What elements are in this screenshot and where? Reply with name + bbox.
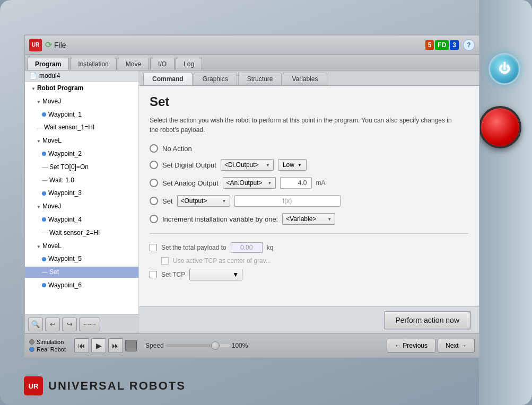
simulation-mode[interactable]: Simulation: [29, 339, 66, 345]
level-value: Low: [283, 161, 294, 169]
ur-logo: UR: [29, 39, 42, 51]
variable-select[interactable]: <Variable> ▼: [282, 213, 335, 225]
previous-button[interactable]: ← Previous: [387, 339, 435, 353]
status-badge-5: 5: [425, 40, 434, 50]
tab-program[interactable]: Program: [27, 58, 69, 70]
set-tcp-checkbox[interactable]: [150, 271, 157, 278]
zoom-button[interactable]: 🔍: [28, 318, 43, 331]
tab-io[interactable]: I/O: [150, 58, 175, 70]
tab-installation[interactable]: Installation: [70, 58, 116, 70]
panel-content: Set Select the action you wish the robot…: [139, 86, 479, 306]
radio-set-output[interactable]: [150, 197, 158, 205]
speed-slider[interactable]: [166, 344, 230, 347]
skip-forward-button[interactable]: ⏭: [108, 338, 123, 353]
real-robot-label: Real Robot: [37, 346, 66, 353]
tcp-select[interactable]: ▼: [189, 269, 242, 280]
analog-output-select[interactable]: <An.Output> ▼: [223, 177, 276, 189]
no-action-label: No Action: [162, 145, 192, 153]
stop-button[interactable]: [125, 340, 137, 351]
power-button[interactable]: ⏻: [489, 53, 520, 85]
tab-structure[interactable]: Structure: [238, 73, 282, 85]
tree-set-node[interactable]: — Set: [25, 266, 138, 279]
nav-tabs: Program Installation Move I/O Log: [25, 55, 479, 71]
play-button[interactable]: ▶: [91, 338, 106, 353]
sub-tabs: Command Graphics Structure Variables: [139, 71, 479, 86]
set-node-label: Set: [49, 268, 59, 277]
digital-output-select[interactable]: <Di.Output> ▼: [221, 159, 274, 171]
radio-analog-output[interactable]: [150, 179, 158, 187]
digital-output-level-select[interactable]: Low ▼: [278, 159, 307, 171]
tree-movej-2[interactable]: MoveJ: [25, 200, 138, 213]
simulation-label: Simulation: [37, 339, 64, 345]
tree-wait-sensor-2[interactable]: — Wait sensor_2=HI: [25, 226, 138, 240]
perform-action-button[interactable]: Perform action now: [384, 311, 470, 329]
refresh-icon[interactable]: ⟳: [45, 40, 52, 50]
radio-digital-output[interactable]: [150, 161, 158, 169]
emergency-stop-button[interactable]: [479, 106, 521, 148]
radio-increment-var[interactable]: [150, 215, 158, 223]
redo-button[interactable]: ↪: [62, 318, 77, 331]
tree-movel-1[interactable]: MoveL: [25, 134, 138, 147]
set-output-select[interactable]: <Output> ▼: [177, 195, 230, 207]
panel-bottom: Perform action now: [139, 306, 479, 333]
tree-robot-program[interactable]: Robot Program: [25, 82, 138, 95]
mode-buttons: Simulation Real Robot: [29, 339, 66, 353]
next-button[interactable]: Next →: [438, 339, 475, 353]
analog-output-select-value: <An.Output>: [226, 179, 263, 187]
radio-no-action[interactable]: [150, 144, 158, 153]
chevron-down-icon: ▼: [266, 163, 270, 168]
sidebar: 📄 modul4 Robot Program MoveJ: [25, 71, 139, 333]
module-name: modul4: [39, 72, 60, 80]
tree-waypoint-5[interactable]: Waypoint_5: [25, 252, 138, 266]
real-robot-mode[interactable]: Real Robot: [29, 346, 66, 353]
payload-checkbox[interactable]: [150, 244, 157, 251]
dash-icon: —: [42, 163, 48, 171]
dot-icon: [42, 283, 46, 287]
tree-wait-sensor-1[interactable]: — Wait sensor_1=HI: [25, 121, 138, 134]
tab-graphics[interactable]: Graphics: [194, 73, 237, 85]
variable-select-value: <Variable>: [286, 215, 316, 223]
tree-wait-1[interactable]: — Wait: 1.0: [25, 174, 138, 187]
tab-log[interactable]: Log: [176, 58, 202, 70]
outer-frame: ⏻ UR ⟳ File 5 FD 3 ? Program Installatio…: [0, 0, 532, 405]
waypoint-1-label: Waypoint_1: [48, 110, 82, 119]
chevron-down-icon: ▼: [327, 217, 332, 222]
status-badges: 5 FD 3: [425, 40, 459, 50]
tree-waypoint-3[interactable]: Waypoint_3: [25, 187, 138, 200]
module-icon: 📄: [29, 72, 37, 80]
move-button[interactable]: ←--→: [79, 318, 100, 331]
top-bar: UR ⟳ File 5 FD 3 ?: [25, 36, 479, 55]
tree-waypoint-1[interactable]: Waypoint_1: [25, 108, 138, 121]
analog-output-value[interactable]: 4.0: [280, 177, 312, 189]
main-content: 📄 modul4 Robot Program MoveJ: [25, 71, 479, 333]
wait-sensor-1-label: Wait sensor_1=HI: [44, 123, 94, 132]
chevron-icon: [37, 97, 41, 106]
tree-waypoint-6[interactable]: Waypoint_6: [25, 279, 138, 292]
tab-move[interactable]: Move: [118, 58, 149, 70]
use-tcp-checkbox[interactable]: [161, 257, 169, 265]
skip-back-button[interactable]: ⏮: [74, 338, 89, 353]
use-tcp-row: Use active TCP as center of grav...: [150, 257, 468, 265]
tree-waypoint-4[interactable]: Waypoint_4: [25, 213, 138, 226]
tab-variables[interactable]: Variables: [283, 73, 327, 85]
status-badge-3: 3: [450, 40, 459, 50]
speed-label: Speed: [145, 342, 164, 349]
undo-button[interactable]: ↩: [45, 318, 60, 331]
speed-control: Speed 100%: [141, 342, 382, 349]
help-button[interactable]: ?: [463, 39, 475, 51]
tab-command[interactable]: Command: [143, 73, 193, 85]
set-output-fx-field[interactable]: f(x): [234, 195, 341, 207]
real-robot-dot: [29, 347, 34, 352]
status-badge-fd: FD: [435, 40, 449, 50]
tree-movej-1[interactable]: MoveJ: [25, 95, 138, 108]
wait-sensor-2-label: Wait sensor_2=HI: [49, 228, 100, 237]
tree-set-to[interactable]: — Set TO[0]=On: [25, 161, 138, 174]
dash-icon: —: [42, 228, 48, 236]
power-icon: ⏻: [499, 62, 510, 76]
tree-waypoint-2[interactable]: Waypoint_2: [25, 147, 138, 161]
set-tcp-label: Set TCP: [161, 271, 185, 278]
payload-value-input[interactable]: [231, 242, 263, 253]
speed-knob[interactable]: [211, 341, 220, 350]
file-label[interactable]: File: [54, 41, 66, 49]
tree-movel-2[interactable]: MoveL: [25, 240, 138, 253]
